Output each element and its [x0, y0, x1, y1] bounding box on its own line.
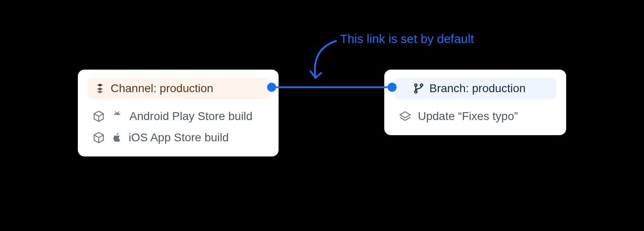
channel-card: Channel: production Android Play Store b… [78, 70, 279, 156]
link-endpoint-left [267, 83, 276, 92]
svg-point-5 [415, 91, 417, 93]
branch-card: Branch: production Update “Fixes typo” [384, 70, 566, 135]
build-label: iOS App Store build [129, 131, 229, 144]
branch-header-text: Branch: production [429, 82, 526, 95]
android-icon [111, 111, 123, 122]
channel-icon [94, 83, 106, 94]
svg-line-2 [115, 111, 116, 112]
apple-icon [111, 132, 122, 143]
svg-point-4 [415, 84, 417, 86]
channel-header-text: Channel: production [111, 82, 213, 95]
git-branch-icon [413, 83, 424, 94]
cube-icon [93, 110, 105, 122]
svg-point-0 [115, 113, 116, 114]
annotation-arrow-icon [307, 37, 340, 86]
svg-line-3 [118, 111, 119, 112]
update-row: Update “Fixes typo” [394, 106, 556, 127]
link-line [272, 86, 392, 88]
link-endpoint-right [388, 83, 397, 92]
svg-point-1 [118, 113, 119, 114]
build-row: Android Play Store build [88, 106, 269, 127]
cube-icon [93, 131, 105, 144]
update-label: Update “Fixes typo” [418, 110, 518, 123]
build-label: Android Play Store build [129, 110, 252, 123]
annotation-label: This link is set by default [340, 32, 474, 46]
layers-icon [399, 110, 411, 122]
branch-header: Branch: production [394, 78, 556, 99]
svg-point-6 [420, 84, 423, 86]
channel-header: Channel: production [88, 78, 269, 99]
build-row: iOS App Store build [88, 127, 269, 148]
